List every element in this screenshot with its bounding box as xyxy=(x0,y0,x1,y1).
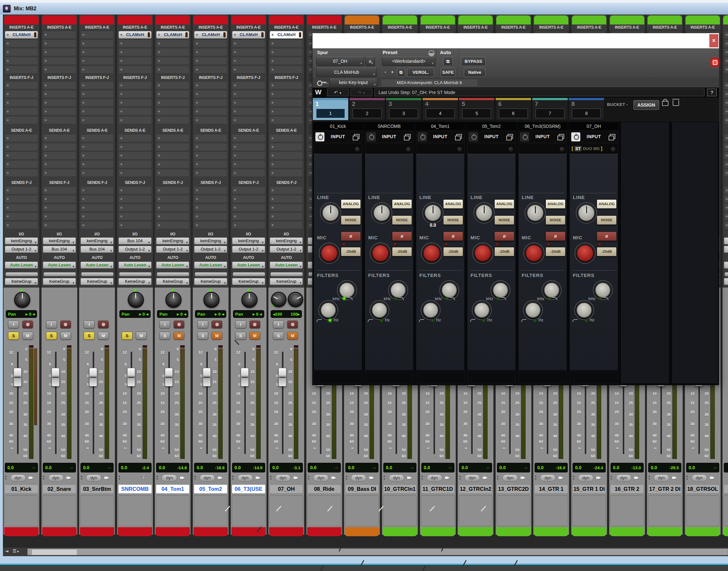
automation-mode-selector[interactable]: Auto Lesen▼ xyxy=(81,261,114,268)
output-selector[interactable]: Output 1-2▼ xyxy=(232,246,265,253)
insert-slot[interactable] xyxy=(156,108,189,115)
insert-slot[interactable] xyxy=(194,99,227,107)
send-slot[interactable] xyxy=(5,152,38,159)
send-slot[interactable] xyxy=(118,204,152,212)
output-selector[interactable]: ▼ xyxy=(724,246,728,253)
comments-box[interactable] xyxy=(269,495,303,526)
dyn-button[interactable]: dyn xyxy=(48,474,64,481)
bucket-tab[interactable]: 77 xyxy=(532,98,568,120)
insert-slot[interactable] xyxy=(194,82,227,89)
insert-slot[interactable] xyxy=(5,48,38,56)
send-slot[interactable] xyxy=(156,134,189,142)
track-color-bar[interactable] xyxy=(383,15,417,24)
nudge-stepper[interactable]: ▲▼ xyxy=(42,475,45,480)
group-selector[interactable]: KeineGrup▼ xyxy=(156,278,189,285)
group-color-bar[interactable] xyxy=(43,272,76,276)
fader-handle[interactable] xyxy=(13,368,22,386)
clip-indicator[interactable] xyxy=(29,345,33,348)
group-selector[interactable]: KeineGrup▼ xyxy=(118,278,152,285)
dyn-button[interactable]: dyn xyxy=(464,474,480,481)
pad-button[interactable]: -20dB xyxy=(443,247,463,256)
mute-button[interactable]: M xyxy=(22,332,33,340)
insert-slot[interactable] xyxy=(724,108,728,115)
lpf-knob[interactable] xyxy=(595,282,610,298)
bucket-tab[interactable]: 11 xyxy=(312,98,348,120)
copy-icon[interactable] xyxy=(610,134,615,139)
nudge-stepper[interactable]: ▲▼ xyxy=(232,475,234,480)
phase-button[interactable]: ø xyxy=(494,232,514,241)
pan-knob-right[interactable] xyxy=(288,292,303,307)
insert-slot[interactable] xyxy=(81,31,114,39)
send-slot[interactable] xyxy=(43,134,76,142)
bucket-tab-button[interactable]: 4 xyxy=(426,109,455,118)
insert-slot[interactable] xyxy=(724,48,728,56)
track-color-bar[interactable] xyxy=(307,15,341,24)
copy-icon[interactable] xyxy=(405,134,411,139)
copy-icon[interactable] xyxy=(507,134,513,139)
track-name[interactable]: 01_Kick xyxy=(4,484,38,494)
send-slot[interactable] xyxy=(156,187,189,194)
send-slot[interactable] xyxy=(5,195,38,203)
insert-slot[interactable]: CLAMxH xyxy=(232,31,265,39)
send-slot[interactable] xyxy=(194,143,227,151)
track-color-bar[interactable] xyxy=(193,15,228,24)
send-slot[interactable] xyxy=(724,195,728,203)
track-color-bar-bottom[interactable] xyxy=(118,527,152,536)
send-slot[interactable] xyxy=(118,221,152,229)
track-name[interactable]: 02_Snare xyxy=(42,484,76,494)
clip-indicator[interactable] xyxy=(105,345,109,348)
lpf-knob[interactable] xyxy=(339,282,355,298)
send-slot[interactable] xyxy=(724,213,728,220)
group-color-bar[interactable] xyxy=(195,272,227,276)
send-slot[interactable] xyxy=(156,152,189,159)
scrollbar-thumb[interactable] xyxy=(31,549,77,555)
fader-flip-icon[interactable]: ▶▶ xyxy=(558,475,562,480)
expand-icon[interactable]: ⇥ xyxy=(5,549,9,554)
track-color-bar[interactable] xyxy=(534,15,568,24)
mode-knob-icon[interactable] xyxy=(508,147,513,151)
send-slot[interactable] xyxy=(118,134,152,142)
insert-slot[interactable] xyxy=(118,99,152,107)
solo-button[interactable]: S xyxy=(122,332,133,340)
insert-slot[interactable] xyxy=(81,116,114,124)
fader-track[interactable] xyxy=(17,352,19,454)
comments-box[interactable] xyxy=(345,495,379,526)
send-slot[interactable] xyxy=(81,187,114,194)
fader-track[interactable] xyxy=(206,352,208,454)
send-slot[interactable] xyxy=(232,221,265,229)
track-color-bar[interactable] xyxy=(269,15,303,24)
nudge-stepper[interactable]: ▲▼ xyxy=(118,475,121,480)
send-slot[interactable] xyxy=(724,143,728,151)
send-slot[interactable] xyxy=(232,204,265,212)
hpf-knob[interactable] xyxy=(423,303,438,318)
insert-slot[interactable] xyxy=(118,90,152,98)
send-slot[interactable] xyxy=(724,169,728,177)
volume-readout[interactable]: 0.0-∞ xyxy=(81,463,114,472)
nudge-stepper[interactable]: ▲▼ xyxy=(345,475,347,480)
output-selector[interactable]: Output 1-2▼ xyxy=(118,246,152,253)
pan-knob[interactable] xyxy=(14,292,30,308)
automation-mode-selector[interactable]: Auto Lesen▼ xyxy=(43,261,76,268)
send-slot[interactable] xyxy=(5,221,38,229)
fader-flip-icon[interactable]: ▶▶ xyxy=(634,475,637,480)
insert-slot[interactable] xyxy=(232,39,265,47)
track-color-bar-bottom[interactable] xyxy=(610,527,644,536)
volume-readout[interactable]: 0.0-2.4 xyxy=(118,463,152,472)
insert-slot[interactable] xyxy=(5,39,38,47)
insert-slot[interactable] xyxy=(270,82,303,89)
volume-readout[interactable]: 0.0-16.0 xyxy=(535,463,568,472)
phase-button[interactable]: ø xyxy=(597,232,617,241)
record-arm-button[interactable] xyxy=(22,321,33,329)
preset-plus-button[interactable]: + xyxy=(389,68,396,77)
mic-knob[interactable] xyxy=(526,245,542,261)
insert-slot[interactable] xyxy=(118,108,152,115)
send-slot[interactable] xyxy=(43,195,76,203)
insert-slot[interactable] xyxy=(270,66,303,74)
track-color-bar-bottom[interactable] xyxy=(723,527,728,536)
track-color-bar[interactable] xyxy=(496,15,531,24)
solo-button[interactable]: S xyxy=(46,332,57,340)
send-slot[interactable] xyxy=(194,134,227,142)
volume-readout[interactable]: 0.0-∞ xyxy=(43,463,76,472)
send-slot[interactable] xyxy=(232,195,265,203)
clip-indicator[interactable] xyxy=(180,345,185,348)
